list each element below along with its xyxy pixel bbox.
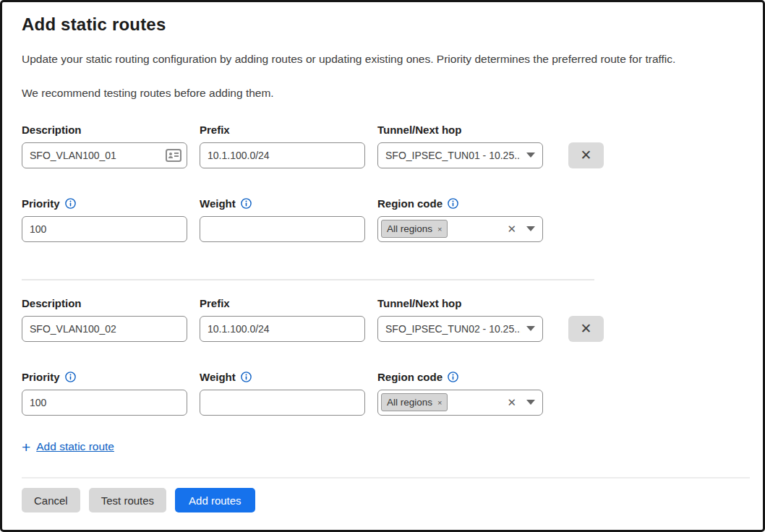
region-tag-label: All regions (387, 223, 432, 234)
prefix-input[interactable] (200, 142, 365, 168)
prefix-label: Prefix (200, 297, 365, 309)
tag-remove-icon[interactable]: × (437, 398, 442, 407)
region-code-label: Region code (377, 197, 443, 210)
add-static-route-label: Add static route (36, 440, 114, 453)
prefix-input[interactable] (200, 316, 365, 342)
intro-text: Update your static routing configuration… (22, 52, 743, 67)
info-icon[interactable] (65, 198, 76, 209)
description-label: Description (22, 297, 187, 309)
add-static-route-link[interactable]: + Add static route (22, 439, 114, 455)
contact-card-icon[interactable] (166, 148, 181, 163)
priority-input[interactable] (22, 216, 187, 242)
info-icon[interactable] (241, 372, 252, 382)
add-routes-button[interactable]: Add routes (175, 488, 255, 512)
chevron-down-icon (526, 400, 535, 405)
tunnel-select[interactable]: SFO_IPSEC_TUN02 - 10.25... (377, 316, 543, 342)
tunnel-label: Tunnel/Next hop (377, 297, 543, 309)
info-icon[interactable] (448, 198, 458, 209)
cancel-button[interactable]: Cancel (22, 488, 80, 512)
remove-route-button[interactable]: ✕ (568, 316, 604, 342)
region-tag: All regions × (381, 220, 448, 238)
region-tag: All regions × (381, 393, 448, 411)
info-icon[interactable] (65, 372, 76, 382)
add-static-routes-dialog: Add static routes Update your static rou… (0, 0, 765, 532)
tunnel-selected-value: SFO_IPSEC_TUN02 - 10.25... (385, 323, 521, 335)
tunnel-label: Tunnel/Next hop (377, 124, 543, 136)
route-group-2: Description Prefix Tunnel/Next hop SFO_I… (22, 297, 743, 416)
priority-label: Priority (22, 197, 60, 210)
chevron-down-icon (526, 326, 535, 331)
priority-input[interactable] (22, 390, 187, 416)
dialog-footer: Cancel Test routes Add routes (22, 477, 750, 530)
remove-route-button[interactable]: ✕ (568, 142, 604, 168)
recommendation-text: We recommend testing routes before addin… (22, 87, 743, 100)
tunnel-select[interactable]: SFO_IPSEC_TUN01 - 10.25... (377, 142, 543, 168)
info-icon[interactable] (448, 372, 458, 382)
chevron-down-icon (526, 153, 535, 158)
group-divider (22, 279, 594, 280)
weight-label: Weight (200, 197, 236, 210)
routes-form: Description (22, 124, 743, 455)
priority-label: Priority (22, 371, 60, 383)
clear-icon[interactable]: ✕ (507, 223, 516, 236)
info-icon[interactable] (241, 198, 252, 209)
description-label: Description (22, 124, 187, 136)
test-routes-button[interactable]: Test routes (89, 488, 166, 512)
weight-label: Weight (200, 371, 236, 383)
description-input[interactable] (22, 316, 187, 342)
prefix-label: Prefix (200, 124, 365, 136)
tunnel-selected-value: SFO_IPSEC_TUN01 - 10.25... (385, 150, 521, 161)
weight-input[interactable] (200, 390, 365, 416)
route-group-1: Description (22, 124, 743, 242)
page-title: Add static routes (22, 14, 743, 35)
region-code-label: Region code (377, 371, 443, 383)
region-code-select[interactable]: All regions × ✕ (377, 390, 543, 416)
weight-input[interactable] (200, 216, 365, 242)
chevron-down-icon (526, 226, 535, 231)
plus-icon: + (22, 439, 30, 455)
region-code-select[interactable]: All regions × ✕ (377, 216, 543, 242)
region-tag-label: All regions (387, 397, 432, 408)
description-input[interactable] (22, 142, 187, 168)
clear-icon[interactable]: ✕ (507, 396, 516, 409)
tag-remove-icon[interactable]: × (437, 225, 442, 233)
